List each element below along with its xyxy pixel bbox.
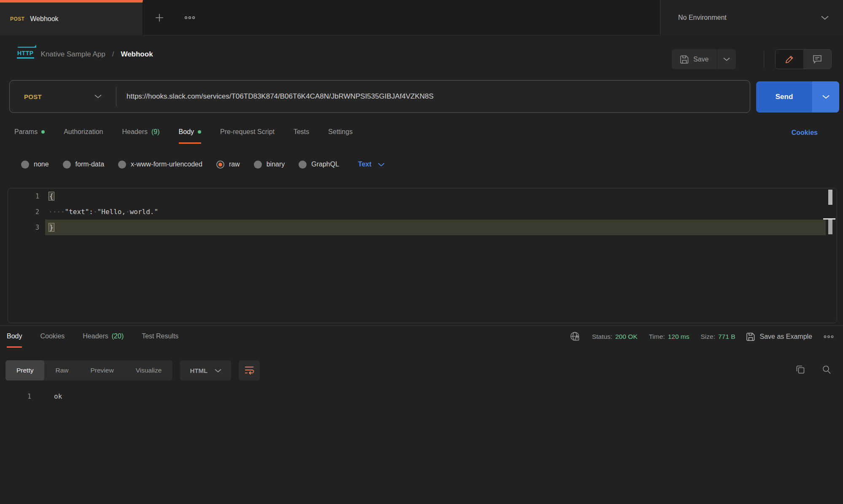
view-raw[interactable]: Raw [44,360,79,381]
body-type-raw-label: raw [229,161,240,168]
method-selector[interactable]: POST [10,80,116,113]
save-floppy-icon [680,55,689,64]
cookies-link[interactable]: Cookies [792,129,818,137]
environment-selector[interactable]: No Environment [660,0,843,35]
time-label: Time: [649,333,665,340]
editor-line: 2····"text":·"Hello,·world." [8,204,837,220]
chevron-down-icon [723,57,730,61]
comments-button[interactable] [803,50,831,69]
view-visualize[interactable]: Visualize [125,360,173,381]
body-type-graphql[interactable]: GraphQL [299,161,339,169]
response-body-viewer[interactable]: 1 ok [0,389,843,404]
chevron-down-icon [822,95,830,99]
whitespace-marker: · [93,208,97,216]
view-preview[interactable]: Preview [80,360,125,381]
body-type-binary[interactable]: binary [254,161,285,169]
code-token: "Hello, [97,208,126,216]
editor-code[interactable]: { [45,188,826,204]
url-input[interactable]: https://hooks.slack.com/services/T06TD83… [116,92,750,101]
radio-unselected-icon [299,161,307,169]
response-view-switcher: Pretty Raw Preview Visualize [5,360,172,381]
raw-format-label: Text [358,161,372,168]
body-type-form-data[interactable]: form-data [63,161,104,169]
breadcrumb-collection[interactable]: Knative Sample App [41,50,105,59]
body-type-none-label: none [34,161,49,168]
response-tab-headers[interactable]: Headers (20) [83,332,124,348]
copy-response-button[interactable] [796,365,805,374]
tab-options-button[interactable] [179,0,200,35]
response-tab-headers-label: Headers [83,332,108,340]
send-button-group: Send [756,81,839,113]
body-type-x-www-form-urlencoded[interactable]: x-www-form-urlencoded [118,161,202,169]
editor-line: 1{ [8,188,837,204]
save-button-group: Save [672,49,736,69]
response-line-text: ok [37,392,62,400]
save-button[interactable]: Save [672,49,717,69]
header-divider [764,51,764,68]
send-options-button[interactable] [812,81,839,113]
body-type-raw[interactable]: raw [216,161,240,169]
size-value: 771 B [718,333,735,340]
request-tab-method: POST [10,16,24,22]
tab-params-label: Params [14,128,38,136]
plus-icon [155,13,164,22]
time-badge: Time: 120 ms [649,333,689,340]
network-globe-lock-icon[interactable] [570,331,581,342]
chevron-down-icon [821,16,829,20]
pencil-icon [785,55,794,64]
raw-format-selector[interactable]: Text [358,161,385,168]
tab-settings[interactable]: Settings [328,128,353,144]
response-toolbar: Pretty Raw Preview Visualize HTML [5,360,260,381]
editor-code[interactable]: } [45,220,826,235]
response-line-number: 1 [0,393,37,400]
tab-body[interactable]: Body [179,128,201,144]
tab-authorization[interactable]: Authorization [64,128,103,144]
radio-unselected-icon [63,161,71,169]
response-tab-cookies[interactable]: Cookies [40,332,65,348]
editor-scrollbar-thumb[interactable] [828,190,832,205]
response-format-label: HTML [190,367,207,374]
body-type-binary-label: binary [267,161,285,168]
response-tab-test-results-label: Test Results [142,332,178,340]
status-label: Status: [592,333,612,340]
search-response-button[interactable] [822,365,831,374]
response-tab-test-results[interactable]: Test Results [142,332,178,348]
response-format-selector[interactable]: HTML [180,360,231,381]
bracket-highlight: { [48,192,54,201]
editor-lines: 1{2····"text":·"Hello,·world."3} [8,188,837,235]
body-type-none[interactable]: none [21,161,49,169]
tab-tests[interactable]: Tests [294,128,309,144]
editor-line-number: 1 [8,188,45,204]
body-type-x-www-form-urlencoded-label: x-www-form-urlencoded [131,161,202,168]
breadcrumb-request-name[interactable]: Webhook [121,50,153,59]
pane-divider[interactable] [0,325,843,326]
response-more-dots-icon[interactable] [824,335,834,338]
request-tab[interactable]: POST Webhook [0,0,143,35]
copy-icon [796,365,805,374]
edit-request-button[interactable] [776,50,803,69]
comment-icon [813,55,822,64]
new-tab-button[interactable] [150,0,169,35]
response-actions [796,365,831,374]
save-options-button[interactable] [717,49,736,69]
save-floppy-icon [746,332,755,341]
tab-params[interactable]: Params [14,128,45,144]
view-pretty[interactable]: Pretty [5,360,44,381]
breadcrumb-separator: / [112,50,114,59]
wrap-text-button[interactable] [239,360,260,381]
tab-pre-request-script[interactable]: Pre-request Script [220,128,275,144]
tab-body-label: Body [179,128,194,136]
save-as-example-button[interactable]: Save as Example [746,332,812,341]
status-value: 200 OK [615,333,638,340]
tab-headers[interactable]: Headers (9) [122,128,160,144]
response-meta: Status: 200 OK Time: 120 ms Size: 771 B … [570,331,834,342]
response-tabs: Body Cookies Headers (20) Test Results [7,332,178,348]
send-button[interactable]: Send [756,81,812,113]
tab-authorization-label: Authorization [64,128,103,136]
response-tab-body[interactable]: Body [7,332,22,348]
size-badge: Size: 771 B [701,333,735,340]
body-type-form-data-label: form-data [75,161,104,168]
status-badge: Status: 200 OK [592,333,638,340]
request-body-editor[interactable]: 1{2····"text":·"Hello,·world."3} [8,188,837,323]
editor-code[interactable]: ····"text":·"Hello,·world." [45,204,826,220]
